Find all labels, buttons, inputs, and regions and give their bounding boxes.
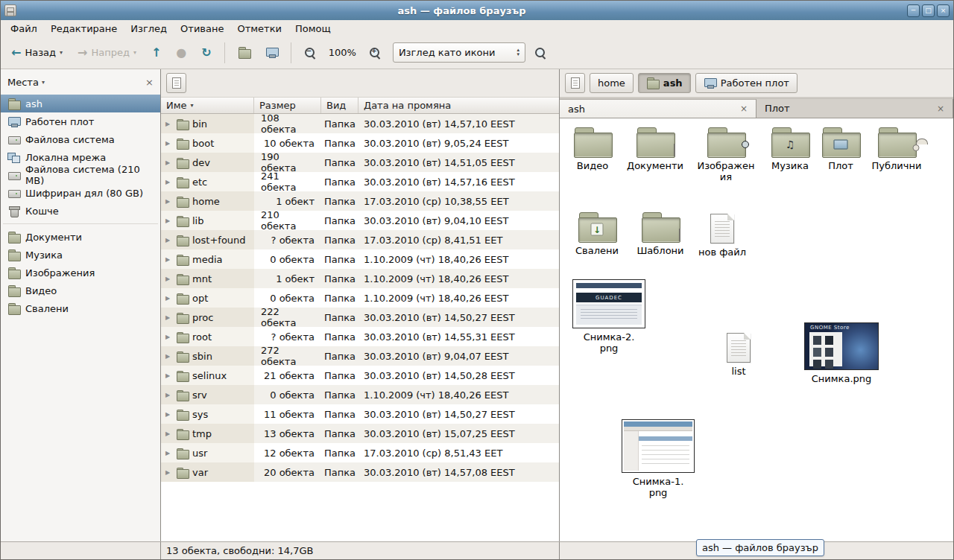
zoom-in-button[interactable]: +: [363, 42, 387, 64]
column-header-type[interactable]: Вид: [321, 98, 358, 113]
folder-item-documents[interactable]: Документи: [622, 127, 688, 172]
image-item-snimka1[interactable]: Снимка-1.png: [621, 419, 695, 499]
menu-view[interactable]: Изглед: [124, 22, 174, 36]
column-header-date[interactable]: Дата на промяна: [358, 98, 559, 113]
table-row[interactable]: ▶mnt1 обектПапка1.10.2009 (чт) 18,40,26 …: [161, 269, 559, 288]
computer-button[interactable]: [259, 42, 284, 64]
folder-item-desktop[interactable]: Плот: [819, 127, 862, 172]
table-row[interactable]: ▶sys11 обектаПапка30.03.2010 (вт) 14,50,…: [161, 404, 559, 424]
expander-icon[interactable]: ▶: [165, 314, 173, 321]
close-button[interactable]: ×: [937, 4, 950, 17]
sidebar-item-downloads[interactable]: Свалени: [1, 299, 160, 317]
search-button[interactable]: [528, 42, 552, 64]
home-button[interactable]: [232, 42, 256, 64]
table-row[interactable]: ▶etc241 обектаПапка30.03.2010 (вт) 14,57…: [161, 172, 559, 191]
sidebar-item-desktop[interactable]: Работен плот: [1, 112, 160, 130]
file-item-new-file[interactable]: нов файл: [697, 214, 748, 258]
folder-item-pictures[interactable]: Изображения: [697, 127, 755, 183]
expander-icon[interactable]: ▶: [165, 121, 173, 127]
tab-ash[interactable]: ash×: [560, 99, 756, 118]
table-row[interactable]: ▶selinux21 обектаПапка30.03.2010 (вт) 14…: [161, 366, 559, 385]
forward-button[interactable]: → Напред ▾: [72, 42, 142, 64]
window-list-tooltip[interactable]: ash — файлов браузър: [696, 539, 824, 556]
table-row[interactable]: ▶proc222 обектаПапка30.03.2010 (вт) 14,5…: [161, 308, 559, 327]
sidebar-item-trash[interactable]: Кошче: [1, 202, 160, 220]
table-row[interactable]: ▶bin108 обектаПапка30.03.2010 (вт) 14,57…: [161, 114, 559, 133]
minimize-button[interactable]: ─: [907, 4, 920, 17]
sidebar-item-filesystem-210mb[interactable]: Файлова система (210 MB): [1, 166, 160, 184]
breadcrumb-desktop[interactable]: Работен плот: [695, 73, 797, 93]
table-row[interactable]: ▶tmp13 обектаПапка30.03.2010 (вт) 15,07,…: [161, 424, 559, 443]
breadcrumb-home[interactable]: home: [590, 73, 634, 93]
folder-item-downloads[interactable]: ↓ Свалени: [570, 212, 624, 257]
tab-desktop[interactable]: Плот×: [756, 99, 953, 118]
expander-icon[interactable]: ▶: [165, 372, 173, 379]
expander-icon[interactable]: ▶: [165, 179, 173, 185]
table-row[interactable]: ▶media0 обектаПапка1.10.2009 (чт) 18,40,…: [161, 249, 559, 269]
table-row[interactable]: ▶var20 обектаПапка30.03.2010 (вт) 14,57,…: [161, 462, 559, 482]
expander-icon[interactable]: ▶: [165, 334, 173, 340]
sidebar-item-ash[interactable]: ash: [1, 95, 160, 112]
expander-icon[interactable]: ▶: [165, 198, 173, 205]
sidebar-item-pictures[interactable]: Изображения: [1, 264, 160, 281]
sidebar-item-documents[interactable]: Документи: [1, 228, 160, 246]
table-row[interactable]: ▶boot10 обектаПапка30.03.2010 (вт) 9,05,…: [161, 133, 559, 153]
file-item-list[interactable]: list: [722, 333, 755, 378]
sidebar-item-music[interactable]: Музика: [1, 246, 160, 264]
icon-view[interactable]: Видео Документи Изображения ♫ Музика Пло…: [560, 118, 953, 541]
expander-icon[interactable]: ▶: [165, 411, 173, 418]
expander-icon[interactable]: ▶: [165, 237, 173, 244]
expander-icon[interactable]: ▶: [165, 469, 173, 476]
expander-icon[interactable]: ▶: [165, 256, 173, 263]
table-row[interactable]: ▶usr12 обектаПапка17.03.2010 (ср) 8,51,4…: [161, 443, 559, 462]
expander-icon[interactable]: ▶: [165, 450, 173, 456]
folder-item-video[interactable]: Видео: [567, 127, 618, 172]
sidebar-item-filesystem[interactable]: Файлова система: [1, 130, 160, 148]
stop-button[interactable]: ●: [170, 42, 192, 64]
breadcrumb-ash[interactable]: ash: [638, 73, 691, 93]
expander-icon[interactable]: ▶: [165, 392, 173, 398]
table-row[interactable]: ▶dev190 обектаПапка30.03.2010 (вт) 14,51…: [161, 153, 559, 172]
expander-icon[interactable]: ▶: [165, 430, 173, 437]
location-toggle-button[interactable]: [565, 73, 585, 93]
tab-close-icon[interactable]: ×: [740, 104, 748, 114]
view-mode-select[interactable]: Изглед като икони ▴▾: [393, 42, 525, 63]
location-toggle-button[interactable]: [166, 73, 186, 93]
zoom-out-button[interactable]: −: [298, 42, 322, 64]
column-header-size[interactable]: Размер: [254, 98, 321, 113]
expander-icon[interactable]: ▶: [165, 353, 173, 360]
table-row[interactable]: ▶root? обектаПапка30.03.2010 (вт) 14,55,…: [161, 327, 559, 346]
menu-edit[interactable]: Редактиране: [44, 22, 124, 36]
sidebar-item-encrypted[interactable]: Шифриран дял (80 GB): [1, 184, 160, 202]
sidebar-item-video[interactable]: Видео: [1, 281, 160, 299]
expander-icon[interactable]: ▶: [165, 295, 173, 302]
sidebar-title[interactable]: Места: [7, 77, 39, 88]
image-item-snimka2[interactable]: GUADEC Снимка-2.png: [572, 279, 646, 354]
image-item-snimka[interactable]: GNOME Store Снимка.png: [803, 322, 880, 385]
reload-button[interactable]: ↻: [195, 42, 217, 64]
titlebar[interactable]: ash — файлов браузър ─ □ ×: [1, 1, 953, 20]
table-row[interactable]: ▶opt0 обектаПапка1.10.2009 (чт) 18,40,26…: [161, 288, 559, 308]
table-row[interactable]: ▶lib210 обектаПапка30.03.2010 (вт) 9,04,…: [161, 211, 559, 230]
expander-icon[interactable]: ▶: [165, 159, 173, 166]
expander-icon[interactable]: ▶: [165, 217, 173, 224]
folder-item-music[interactable]: ♫ Музика: [765, 127, 815, 172]
back-button[interactable]: ← Назад ▾: [5, 42, 69, 64]
table-row[interactable]: ▶sbin272 обектаПапка30.03.2010 (вт) 9,04…: [161, 346, 559, 366]
column-header-name[interactable]: Име▾: [161, 98, 254, 113]
menu-bookmarks[interactable]: Отметки: [230, 22, 288, 36]
menu-file[interactable]: Файл: [4, 22, 44, 36]
expander-icon[interactable]: ▶: [165, 140, 173, 147]
table-row[interactable]: ▶home1 обектПапка17.03.2010 (ср) 10,38,5…: [161, 191, 559, 211]
folder-item-public[interactable]: Публични: [867, 127, 926, 172]
tab-close-icon[interactable]: ×: [937, 104, 944, 114]
up-button[interactable]: ↑: [145, 42, 167, 64]
menu-go[interactable]: Отиване: [174, 22, 230, 36]
table-row[interactable]: ▶lost+found? обектаПапка17.03.2010 (ср) …: [161, 230, 559, 249]
menu-help[interactable]: Помощ: [288, 22, 338, 36]
maximize-button[interactable]: □: [922, 4, 935, 17]
sidebar-dropdown-icon[interactable]: ▾: [42, 79, 45, 86]
table-row[interactable]: ▶srv0 обектаПапка1.10.2009 (чт) 18,40,26…: [161, 385, 559, 404]
folder-item-templates[interactable]: Шаблони: [633, 212, 688, 257]
sidebar-close-icon[interactable]: ×: [145, 77, 154, 88]
